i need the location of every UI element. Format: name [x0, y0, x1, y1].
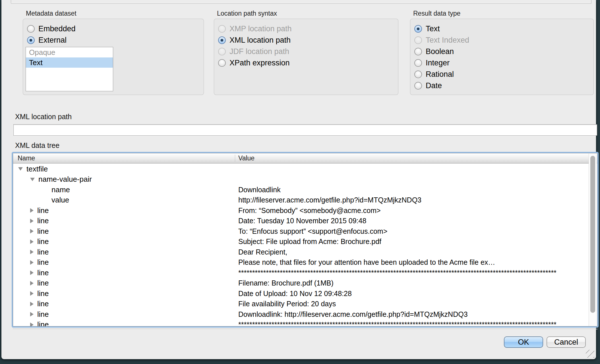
- disclosure-collapsed-icon[interactable]: [30, 260, 34, 265]
- tree-node-name: line: [37, 320, 49, 326]
- tree-node-name: line: [37, 248, 49, 257]
- tree-row[interactable]: lineDate of Upload: 10 Nov 12 09:48:28: [13, 288, 589, 299]
- tree-node-name: line: [37, 227, 49, 236]
- column-divider[interactable]: [235, 155, 235, 162]
- tree-row[interactable]: line************************************…: [13, 268, 589, 278]
- list-item-text[interactable]: Text: [26, 57, 113, 68]
- radio-button-icon[interactable]: [414, 71, 422, 78]
- disclosure-collapsed-icon[interactable]: [30, 270, 34, 275]
- tree-row[interactable]: valuehttp://fileserver.acme.com/getfile.…: [13, 195, 589, 206]
- tree-row[interactable]: textfile: [13, 164, 589, 174]
- tree-scrollbar[interactable]: [589, 154, 597, 326]
- radio-button-icon[interactable]: [218, 59, 226, 67]
- tree-cell-name: line: [13, 279, 235, 288]
- radio-xpath-expression[interactable]: XPath expression: [218, 57, 395, 69]
- ok-button[interactable]: OK: [504, 336, 543, 348]
- tree-cell-name: line: [13, 310, 235, 319]
- disclosure-expanded-icon[interactable]: [30, 178, 35, 181]
- disclosure-collapsed-icon[interactable]: [30, 219, 34, 223]
- tree-row[interactable]: lineFrom: “Somebody” <somebody@acme.com>: [13, 205, 589, 216]
- radio-label: XMP location path: [229, 24, 292, 33]
- tree-node-value: To: “Enfocus support” <support@enfocus.c…: [235, 227, 589, 235]
- radio-xml-location-path[interactable]: XML location path: [218, 34, 395, 46]
- disclosure-collapsed-icon[interactable]: [30, 281, 34, 286]
- radio-button-icon[interactable]: [27, 36, 35, 44]
- radio-button-icon[interactable]: [414, 48, 422, 55]
- radio-button-icon[interactable]: [414, 25, 422, 33]
- radio-date[interactable]: Date: [414, 80, 591, 91]
- radio-button-icon: [414, 36, 422, 44]
- tree-node-name: textfile: [26, 165, 48, 173]
- cancel-button[interactable]: Cancel: [547, 336, 586, 348]
- radio-button-icon[interactable]: [218, 36, 226, 44]
- radio-label: XPath expression: [229, 59, 290, 67]
- disclosure-collapsed-icon[interactable]: [30, 312, 34, 317]
- radio-button-icon[interactable]: [414, 59, 422, 67]
- tree-row[interactable]: lineTo: “Enfocus support” <support@enfoc…: [13, 226, 589, 237]
- xml-location-path-input[interactable]: [13, 124, 597, 136]
- resize-grip-icon[interactable]: [586, 350, 594, 358]
- tree-node-name: line: [37, 237, 49, 246]
- radio-label: JDF location path: [229, 47, 289, 56]
- tree-row[interactable]: lineFilename: Brochure.pdf (1MB): [13, 278, 589, 289]
- tree-row[interactable]: nameDownloadlink: [13, 185, 589, 195]
- tree-row[interactable]: name-value-pair: [13, 174, 589, 185]
- scrollbar-thumb[interactable]: [590, 156, 595, 313]
- tree-cell-name: line: [13, 268, 235, 277]
- dataset-listbox[interactable]: OpaqueText: [26, 47, 113, 91]
- radio-button-icon[interactable]: [414, 82, 422, 90]
- radio-rational[interactable]: Rational: [414, 69, 591, 80]
- tree-row[interactable]: lineDate: Tuesday 10 November 2015 09:48: [13, 216, 589, 226]
- tree-cell-name: line: [13, 206, 235, 215]
- tree-row[interactable]: lineSubject: File upload from Acme: Broc…: [13, 237, 589, 247]
- radio-label: Integer: [426, 59, 450, 67]
- tree-row[interactable]: linePlease note, that files for your att…: [13, 257, 589, 268]
- radio-label: XML location path: [229, 36, 291, 45]
- radio-button-icon[interactable]: [27, 25, 35, 33]
- tree-cell-name: value: [13, 196, 235, 204]
- tree-row[interactable]: line************************************…: [13, 320, 589, 326]
- tree-node-name: line: [37, 279, 49, 288]
- tree-node-value: Please note, that files for your attenti…: [235, 258, 589, 266]
- column-header-name[interactable]: Name: [13, 154, 235, 162]
- radio-embedded[interactable]: Embedded: [27, 23, 201, 34]
- disclosure-collapsed-icon[interactable]: [30, 250, 34, 254]
- xml-data-tree-label: XML data tree: [15, 141, 59, 150]
- tree-node-value: Date: Tuesday 10 November 2015 09:48: [235, 217, 589, 225]
- radio-label: External: [38, 36, 67, 45]
- disclosure-collapsed-icon[interactable]: [30, 229, 34, 233]
- radio-text[interactable]: Text: [414, 23, 591, 34]
- tree-node-value: Downloadlink: http://fileserver.acme.com…: [235, 310, 589, 318]
- tree-node-value: File availability Period: 20 days: [235, 300, 589, 308]
- tree-row[interactable]: lineDownloadlink: http://fileserver.acme…: [13, 309, 589, 320]
- tree-cell-name: line: [13, 227, 235, 236]
- radio-integer[interactable]: Integer: [414, 57, 591, 69]
- tree-node-value: Subject: File upload from Acme: Brochure…: [235, 237, 589, 246]
- radio-boolean[interactable]: Boolean: [414, 46, 591, 57]
- radio-button-icon: [218, 48, 226, 55]
- tree-row[interactable]: lineFile availability Period: 20 days: [13, 299, 589, 309]
- radio-button-icon: [218, 25, 226, 33]
- disclosure-collapsed-icon[interactable]: [30, 302, 34, 306]
- tree-node-value: http://fileserver.acme.com/getfile.php?i…: [235, 196, 589, 204]
- radio-xmp-location-path: XMP location path: [218, 23, 395, 34]
- tree-row[interactable]: lineDear Recipient,: [13, 247, 589, 257]
- metadata-dialog: Metadata dataset EmbeddedExternal Opaque…: [1, 0, 596, 359]
- tree-node-value: Downloadlink: [235, 186, 589, 194]
- disclosure-collapsed-icon[interactable]: [30, 291, 34, 296]
- tree-node-name: line: [37, 258, 49, 267]
- groupbox-location-path-syntax: XMP location pathXML location pathJDF lo…: [214, 19, 398, 95]
- radio-external[interactable]: External: [27, 34, 201, 46]
- tree-cell-name: line: [13, 299, 235, 308]
- xml-data-tree[interactable]: Name Value textfilename-value-pairnameDo…: [13, 153, 597, 326]
- column-header-value[interactable]: Value: [235, 154, 255, 162]
- tree-cell-name: line: [13, 248, 235, 257]
- tree-node-name: line: [37, 216, 49, 225]
- tree-node-value: Dear Recipient,: [235, 248, 589, 256]
- disclosure-collapsed-icon[interactable]: [30, 239, 34, 244]
- disclosure-expanded-icon[interactable]: [18, 167, 23, 171]
- disclosure-collapsed-icon[interactable]: [30, 208, 34, 213]
- disclosure-collapsed-icon[interactable]: [30, 322, 34, 326]
- group-label-result-data-type: Result data type: [413, 10, 460, 17]
- groupbox-metadata-dataset: EmbeddedExternal OpaqueText: [23, 19, 204, 95]
